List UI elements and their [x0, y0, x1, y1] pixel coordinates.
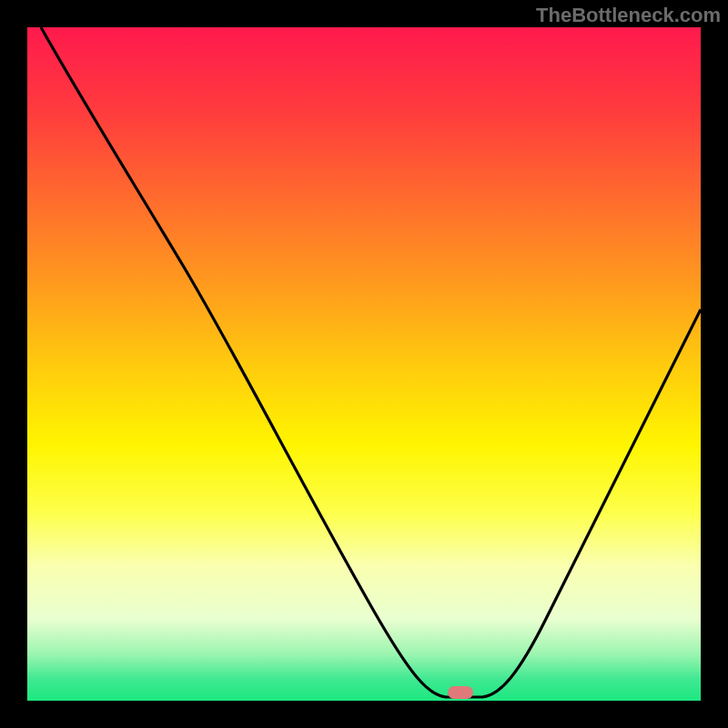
- bottleneck-curve: [27, 27, 701, 701]
- watermark-text: TheBottleneck.com: [536, 4, 721, 27]
- chart-container: TheBottleneck.com: [0, 0, 728, 728]
- optimal-marker: [448, 686, 473, 699]
- curve-path: [41, 27, 701, 697]
- plot-area: [27, 27, 701, 701]
